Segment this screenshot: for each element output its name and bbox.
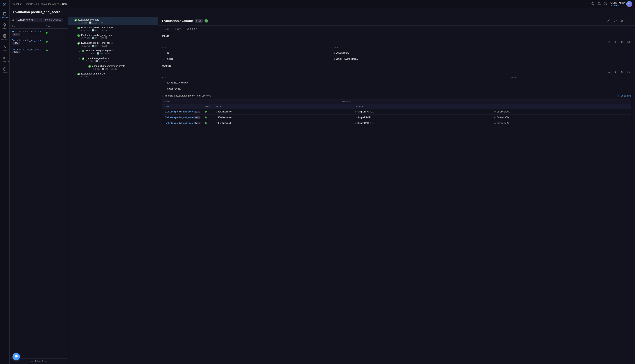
- tree-name-predict-2: Evaluation.predict_and_score: [81, 34, 156, 36]
- help-icon[interactable]: [604, 2, 607, 6]
- detail-header: Evaluation.evaluate 572a: [158, 16, 635, 26]
- page-content: Evaluation.predict_and_score Op Evaluati…: [10, 8, 635, 364]
- child-self-3: Evaluation:v0: [218, 122, 232, 124]
- breadcrumb-sep-2: ›: [34, 2, 35, 5]
- tree-toggle-rag[interactable]: ▸: [78, 50, 81, 52]
- col-header-model[interactable]: model: [353, 104, 492, 109]
- tree-name-predict-1: Evaluation.predict_and_score: [81, 26, 156, 29]
- tree-toggle-summarize[interactable]: —: [74, 73, 76, 76]
- breadcrumb-wandbot[interactable]: wandbot: [13, 2, 22, 5]
- col-header-trace: Trace: [162, 104, 203, 109]
- tree-item-predict-1[interactable]: ▸ Evaluation.predict_and_score ⏱ 20.40s: [68, 25, 158, 33]
- trace-name-2: Evaluation.predict_and_score: [12, 39, 41, 42]
- trace-row[interactable]: Evaluation.predict_and_score c40d: [10, 38, 68, 46]
- tree-toggle-evaluate[interactable]: ▾: [71, 19, 74, 22]
- sidebar-item-evaluations[interactable]: Evaluations: [1, 10, 9, 20]
- child-model-icon-1: ⊙: [355, 111, 357, 113]
- trace-list: Evaluation.predict_and_score 9311 Evalua…: [10, 28, 68, 358]
- breadcrumb-sep-3: ›: [60, 2, 61, 5]
- avatar[interactable]: AT: [626, 1, 632, 7]
- expand-latency-btn[interactable]: ▸: [162, 87, 165, 90]
- op-filter-wrap: Evaluation.predi...: [16, 18, 42, 22]
- input-row-model[interactable]: ▸ model ⊙ SimpleRAGPipeline:v0: [158, 56, 635, 62]
- svg-line-19: [616, 20, 617, 21]
- breadcrumb-llamaindex[interactable]: llamaindex-weave: [36, 2, 59, 6]
- sidebar-item-traces[interactable]: Traces: [1, 43, 9, 53]
- input-row-self[interactable]: ▸ self ⊙ Evaluation:v0: [158, 50, 635, 56]
- tree-item-predict-3[interactable]: ▾ Evaluation.predict_and_score ⏱ 19.79s: [68, 40, 158, 48]
- list-view-icon[interactable]: [606, 40, 611, 44]
- edit-icon[interactable]: [626, 40, 631, 44]
- child-calls-title: Child calls of Evaluation.predict_and_sc…: [162, 94, 211, 97]
- svg-point-4: [4, 4, 5, 5]
- tree-name-openai: openai.chat.completions.create: [92, 64, 156, 67]
- tree-item-summarize[interactable]: — Evaluation.summarize ⏱ 0.02s: [68, 71, 158, 79]
- inputs-path-header: Path: [158, 45, 330, 50]
- user-name: Ayush Thakur: [610, 2, 625, 4]
- child-calls-section: Child calls of Evaluation.predict_and_sc…: [158, 92, 635, 128]
- tree-name-evaluate: Evaluation.evaluate: [78, 18, 156, 21]
- code-view-icon[interactable]: [619, 40, 625, 44]
- expand-correctness-btn[interactable]: ▸: [162, 81, 165, 84]
- child-table-row-1[interactable]: Evaluation.predict_and_score 9311 ⊙ Eval…: [162, 109, 631, 115]
- tab-code[interactable]: Code: [172, 26, 183, 32]
- tree-item-openai[interactable]: — openai.chat.completions.create ⏱ 1.88s: [68, 64, 158, 71]
- outputs-sort-icon[interactable]: [613, 69, 618, 74]
- close-icon[interactable]: [619, 18, 625, 24]
- expand-self-btn[interactable]: ▸: [162, 51, 165, 54]
- child-model-1: SimpleRAGPip...: [357, 110, 374, 113]
- sidebar-item-datasets[interactable]: Datasets: [1, 32, 9, 42]
- sidebar-item-models[interactable]: Models: [1, 21, 9, 31]
- tree-item-correctness[interactable]: ▾ correctness_evaluator ⏱ 1.92s 🔤 3: [68, 56, 158, 64]
- tree-item-evaluate[interactable]: ▾ Evaluation.evaluate ⏱ 21.04s 🔤 2,: [68, 17, 158, 25]
- topbar: wandbot › Projects › llamaindex-weave › …: [10, 0, 635, 8]
- sort-icon[interactable]: [613, 40, 618, 44]
- tree-toggle-openai[interactable]: —: [85, 65, 87, 68]
- trace-row[interactable]: Evaluation.predict_and_score 9311: [10, 28, 68, 38]
- expand-icon[interactable]: [613, 18, 618, 24]
- output-row-correctness[interactable]: ▸ correctness_evaluator: [158, 80, 635, 86]
- child-table-row-2[interactable]: Evaluation.predict_and_score c40d ⊙ Eval…: [162, 115, 631, 120]
- tree-item-predict-2[interactable]: ▸ Evaluation.predict_and_score ⏱ 20.00s: [68, 33, 158, 40]
- tree-toggle-predict-1[interactable]: ▸: [74, 26, 76, 29]
- prev-page-btn[interactable]: ◀: [31, 360, 33, 362]
- tree-toggle-correctness[interactable]: ▾: [78, 57, 81, 60]
- outputs-list-view-icon[interactable]: [606, 69, 611, 74]
- tree-meta-summarize: ⏱ 0.02s: [81, 76, 156, 78]
- trace-status-2: [46, 41, 48, 42]
- more-icon[interactable]: [626, 18, 631, 24]
- parent-filter-badge[interactable]: Parent: Evalua...: [43, 18, 64, 22]
- link-icon[interactable]: [606, 18, 611, 24]
- sidebar-item-traces-label: Traces: [2, 49, 7, 51]
- detail-status-icon: [204, 19, 208, 22]
- expand-model-btn[interactable]: ▸: [162, 58, 165, 60]
- right-panel: Evaluation.evaluate 572a: [158, 16, 635, 364]
- trace-row[interactable]: Evaluation.predict_and_score 0ef3: [10, 46, 68, 55]
- op-filter-select[interactable]: Evaluation.predi...: [16, 18, 42, 22]
- chat-bubble[interactable]: [13, 353, 20, 360]
- sidebar-item-operations[interactable]: Operations: [1, 54, 9, 64]
- col-header-self[interactable]: self: [214, 104, 353, 109]
- child-table-row-3[interactable]: Evaluation.predict_and_score 0ef3 ⊙ Eval…: [162, 120, 631, 126]
- tree-item-rag[interactable]: ▸ SimpleRAGPipeline.predict ⏱ 17.87s: [68, 48, 158, 56]
- outputs-edit-icon[interactable]: [626, 69, 631, 74]
- child-self-icon-3: ⊙: [216, 122, 218, 124]
- outputs-code-view-icon[interactable]: [619, 69, 625, 74]
- go-to-table-btn[interactable]: Go to table: [617, 94, 631, 97]
- next-page-btn[interactable]: ▶: [45, 360, 47, 362]
- tree-toggle-predict-3[interactable]: ▾: [74, 42, 76, 45]
- child-status-2: [205, 116, 207, 118]
- breadcrumb-projects[interactable]: Projects: [25, 2, 33, 5]
- output-row-latency[interactable]: ▸ model_latency: [158, 86, 635, 92]
- tab-call[interactable]: Call: [162, 26, 172, 32]
- search-icon[interactable]: [591, 2, 595, 6]
- tab-summary[interactable]: Summary: [183, 26, 200, 32]
- sidebar-item-objects[interactable]: Objects: [1, 65, 9, 75]
- tree-status-icon-predict-3: [77, 42, 80, 45]
- notification-icon[interactable]: [597, 2, 601, 6]
- child-dataset-icon-3: ⊙: [494, 122, 496, 124]
- child-table-col-headers: Trace Status self model: [162, 104, 631, 109]
- tree-toggle-predict-2[interactable]: ▸: [74, 34, 76, 37]
- breadcrumb: wandbot › Projects › llamaindex-weave › …: [13, 2, 67, 6]
- app-logo[interactable]: [2, 2, 8, 8]
